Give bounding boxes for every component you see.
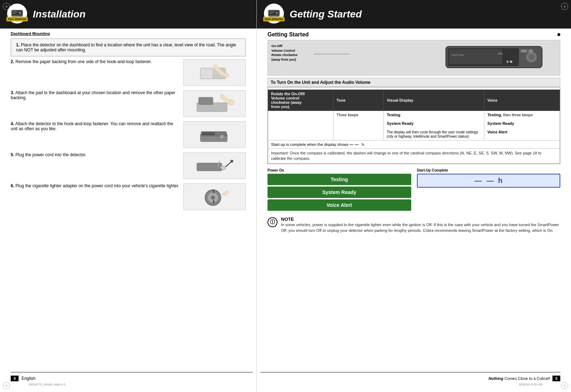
- detector-dotted-line: [314, 54, 350, 54]
- step-6-illustration: [193, 185, 236, 208]
- svg-rect-27: [449, 49, 502, 64]
- note-icon-symbol: ⓘ: [270, 219, 275, 225]
- note-title: NOTE: [281, 217, 560, 222]
- startup-label: Start-Up Complete: [417, 168, 561, 172]
- step-4-number: 4.: [11, 121, 14, 126]
- right-detector-icon-circle: Your Detector: [264, 4, 284, 24]
- file-info-right: 8/30/10 8:39 AM: [519, 383, 542, 386]
- svg-rect-19: [213, 200, 214, 204]
- left-footer: 4 English: [11, 376, 35, 381]
- svg-point-17: [211, 195, 215, 200]
- svg-rect-24: [269, 13, 273, 14]
- svg-rect-13: [197, 163, 222, 171]
- table-important-row: Important: Once the compass is calibrate…: [268, 149, 560, 164]
- detector-annotation-text: On-Off/Volume ControlRotate clockwise(aw…: [271, 44, 297, 62]
- table-main-row: Three beeps Testing System Ready The dis…: [268, 111, 560, 141]
- svg-rect-32: [529, 50, 533, 52]
- right-footer-sep: [260, 372, 560, 372]
- step-6-number: 6.: [11, 183, 14, 188]
- svg-rect-8: [199, 97, 213, 105]
- note-text: In some vehicles, power is supplied to t…: [281, 222, 560, 234]
- step-2-image: [183, 59, 246, 86]
- left-page-number: 4: [11, 376, 19, 381]
- voice-alert: Voice Alert: [487, 130, 507, 134]
- table-cell-visual: Testing System Ready The display will th…: [384, 111, 484, 141]
- to-turn-on-header: To Turn On the Unit and Adjust the Audio…: [267, 78, 560, 87]
- step-6-text-col: 6. Plug the cigarette lighter adapter on…: [11, 183, 183, 188]
- left-header-title: Installation: [33, 9, 86, 20]
- table-header-row: Rotate the On-Off/Volume controlclockwis…: [268, 90, 560, 111]
- step-3-text: Attach the pad to the dashboard at your …: [11, 90, 175, 100]
- svg-rect-4: [12, 13, 16, 14]
- left-detector-badge: Your Detector: [6, 17, 28, 21]
- important-note: Important: Once the compass is calibrate…: [271, 151, 541, 161]
- right-footer: Nothing Comes Close to a Cobra® 5: [489, 376, 560, 381]
- display-bar-system-ready: System Ready: [267, 187, 411, 198]
- step-4-illustration: [193, 123, 236, 146]
- gs-title-dot: [557, 33, 560, 36]
- step-3-number: 3.: [11, 90, 14, 95]
- file-info-left: XRS9770_MANL.indd 4-5: [29, 383, 66, 386]
- step-5-number: 5.: [11, 152, 14, 157]
- display-bar-voice-alert-text: Voice Alert: [326, 202, 352, 208]
- startup-column: Start-Up Complete — — h: [417, 168, 561, 188]
- left-detector-icon-circle: Your Detector: [7, 4, 27, 24]
- display-bars-section: Power On Testing System Ready Voice Aler…: [267, 168, 560, 212]
- page-wrapper: ⊕ ⊕ Your Detector: [0, 0, 571, 392]
- voice-testing: Testing,: [487, 113, 502, 117]
- display-bar-testing: Testing: [267, 174, 411, 185]
- reg-corner-br: [561, 382, 568, 389]
- gs-table: Rotate the On-Off/Volume controlclockwis…: [268, 90, 560, 164]
- left-header: Your Detector Installation: [0, 0, 256, 29]
- power-on-column: Power On Testing System Ready Voice Aler…: [267, 168, 411, 212]
- left-page: Your Detector Installation Dashboard Mou…: [0, 0, 257, 392]
- right-header-title: Getting Started: [290, 9, 362, 20]
- visual-description: The display will then cycle through the …: [387, 130, 478, 138]
- display-bar-voice-alert: Voice Alert: [267, 199, 411, 211]
- note-content: NOTE In some vehicles, power is supplied…: [281, 217, 560, 234]
- gs-section-title: Getting Started: [267, 31, 309, 38]
- step-5-row: 5. Plug the power cord into the detector…: [11, 152, 246, 179]
- step-2-number: 2.: [11, 59, 14, 64]
- left-header-icon-wrap: Your Detector: [7, 4, 29, 25]
- step-5-text-col: 5. Plug the power cord into the detector…: [11, 152, 183, 157]
- note-icon: ⓘ: [267, 217, 277, 227]
- detector-image-area: On-Off/Volume ControlRotate clockwise(aw…: [267, 40, 560, 76]
- step-3-illustration: [193, 92, 236, 115]
- svg-rect-31: [521, 50, 527, 52]
- svg-point-2: [19, 12, 21, 14]
- turn-on-header-text: To Turn On the Unit and Adjust the Audio…: [271, 80, 371, 85]
- right-header-icon-wrap: Your Detector: [264, 4, 285, 25]
- table-cell-rotate: [268, 111, 333, 141]
- svg-rect-3: [12, 11, 17, 12]
- left-footer-sep: [11, 372, 253, 372]
- detector-annotation: On-Off/Volume ControlRotate clockwise(aw…: [271, 44, 297, 62]
- gs-table-wrapper: Rotate the On-Off/Volume controlclockwis…: [267, 87, 560, 164]
- svg-text:VOL: VOL: [498, 52, 504, 55]
- svg-rect-12: [202, 132, 215, 135]
- table-col-header-tone: Tone: [333, 90, 384, 111]
- comes-close-text: Comes Close to a Cobra®: [504, 376, 550, 381]
- detector-device-svg: TEXT DIS VOL: [410, 41, 553, 75]
- svg-text:TEXT DIS: TEXT DIS: [451, 54, 464, 57]
- svg-rect-23: [269, 11, 274, 12]
- table-cell-voice: Testing, then three beeps System Ready V…: [484, 111, 560, 141]
- table-startup-note: Start-up is complete when the display sh…: [268, 141, 560, 149]
- step-3-text-col: 3. Attach the pad to the dashboard at yo…: [11, 90, 183, 100]
- section-label-dashboard: Dashboard Mounting: [0, 29, 256, 39]
- svg-point-30: [529, 54, 534, 60]
- display-bar-system-ready-text: System Ready: [322, 189, 356, 195]
- startup-h: h: [498, 177, 502, 185]
- left-language: English: [21, 376, 35, 381]
- startup-note-text: Start-up is complete when the display sh…: [271, 142, 365, 147]
- step-2-illustration: [193, 61, 236, 84]
- step-5-image: [183, 152, 246, 179]
- table-col-header-voice: Voice: [484, 90, 560, 111]
- svg-point-22: [276, 12, 278, 14]
- step-6-text: Plug the cigarette lighter adapter on th…: [15, 183, 179, 188]
- svg-point-14: [230, 160, 233, 163]
- step-2-text: Remove the paper backing from one side o…: [15, 59, 152, 64]
- table-startup-row: Start-up is complete when the display sh…: [268, 141, 560, 149]
- step-2-row: 2. Remove the paper backing from one sid…: [11, 59, 246, 86]
- reg-corner-bl: [3, 382, 10, 389]
